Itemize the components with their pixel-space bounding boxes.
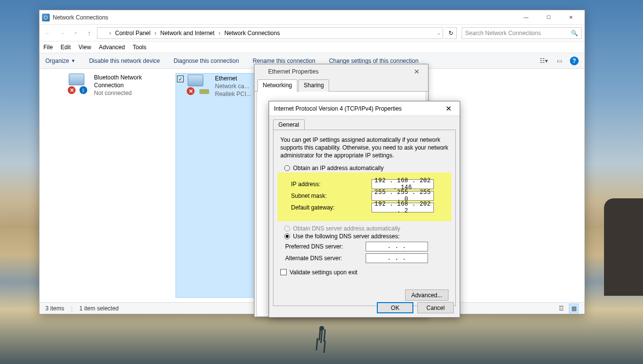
organize-button[interactable]: Organize ▼ xyxy=(45,57,76,64)
alternate-dns-input[interactable]: . . . xyxy=(366,253,428,263)
large-icons-view-icon[interactable]: ▦ xyxy=(569,304,579,313)
ok-button[interactable]: OK xyxy=(377,302,413,313)
menu-view[interactable]: View xyxy=(78,44,91,51)
radio-label: Obtain an IP address automatically xyxy=(293,165,384,172)
chevron-right-icon: › xyxy=(108,30,112,37)
advanced-button[interactable]: Advanced... xyxy=(405,289,448,301)
address-bar[interactable]: › Control Panel › Network and Internet ›… xyxy=(97,27,443,39)
adapter-icon: ✕ xyxy=(188,75,211,94)
dialog-title: Internet Protocol Version 4 (TCP/IPv4) P… xyxy=(274,105,402,112)
help-icon[interactable]: ? xyxy=(570,57,579,65)
menu-bar: File Edit View Advanced Tools xyxy=(39,41,585,53)
default-gateway-input[interactable]: 192 . 168 . 202 . 2 xyxy=(371,203,434,212)
tab-bar: Networking Sharing xyxy=(254,79,428,92)
default-gateway-label: Default gateway: xyxy=(291,204,371,211)
menu-edit[interactable]: Edit xyxy=(60,44,71,51)
adapter-sub1: Network ca... xyxy=(215,82,251,90)
close-button[interactable]: ✕ xyxy=(409,68,424,76)
radio-label: Use the following DNS server addresses: xyxy=(293,233,400,240)
alternate-dns-label: Alternate DNS server: xyxy=(285,255,366,262)
adapter-ethernet[interactable]: ✓ ✕ Ethernet Network ca... Realtek PCI..… xyxy=(176,74,259,297)
adapter-bluetooth[interactable]: ✕ᛒ Bluetooth Network Connection Not conn… xyxy=(69,74,166,297)
adapter-icon: ✕ᛒ xyxy=(69,74,90,93)
ip-address-label: IP address: xyxy=(291,181,371,188)
change-settings-button[interactable]: Change settings of this connection xyxy=(329,57,418,64)
validate-label: Validate settings upon exit xyxy=(290,269,357,276)
refresh-button[interactable]: ↻ xyxy=(445,27,457,39)
forward-button[interactable]: → xyxy=(56,27,68,39)
selection-count: 1 item selected xyxy=(79,305,119,312)
adapter-sub2: Realtek PCI... xyxy=(215,90,251,98)
rename-button[interactable]: Rename this connection xyxy=(253,57,315,64)
info-text: You can get IP settings assigned automat… xyxy=(280,136,448,160)
chevron-right-icon: › xyxy=(217,30,221,37)
close-button[interactable]: ✕ xyxy=(560,10,582,25)
chevron-down-icon: ▼ xyxy=(71,58,76,63)
cancel-button[interactable]: Cancel xyxy=(417,302,454,313)
radio-use-dns[interactable] xyxy=(284,233,290,239)
details-view-icon[interactable]: ☲ xyxy=(556,304,566,313)
ip-address-input[interactable]: 192 . 168 . 202 . 146 xyxy=(371,179,434,189)
breadcrumb-item[interactable]: Network and Internet xyxy=(158,29,216,38)
network-icon xyxy=(42,14,50,21)
tab-bar: General xyxy=(269,116,460,130)
breadcrumb-item[interactable]: Control Panel xyxy=(113,29,153,38)
radio-obtain-ip[interactable] xyxy=(284,165,290,171)
dialog-title: Ethernet Properties xyxy=(268,68,318,75)
close-button[interactable]: ✕ xyxy=(443,104,455,113)
tab-networking[interactable]: Networking xyxy=(257,79,297,92)
search-placeholder: Search Network Connections xyxy=(465,30,541,37)
radio-obtain-dns[interactable] xyxy=(284,226,290,231)
preferred-dns-label: Preferred DNS server: xyxy=(285,243,366,250)
search-box[interactable]: Search Network Connections 🔍 xyxy=(462,27,582,39)
diagnose-button[interactable]: Diagnose this connection xyxy=(174,57,239,64)
item-count: 3 items xyxy=(45,305,64,312)
view-options-icon[interactable]: ☷▾ xyxy=(539,56,548,66)
maximize-button[interactable]: ☐ xyxy=(537,10,560,25)
window-title: Network Connections xyxy=(53,14,108,21)
breadcrumb-item[interactable]: Network Connections xyxy=(222,29,282,38)
up-button[interactable]: ↑ xyxy=(83,27,95,39)
tab-general[interactable]: General xyxy=(273,119,305,130)
menu-file[interactable]: File xyxy=(43,44,53,51)
adapter-checkbox[interactable]: ✓ xyxy=(177,76,184,82)
adapter-name: Bluetooth Network Connection xyxy=(94,74,166,89)
disable-device-button[interactable]: Disable this network device xyxy=(89,57,160,64)
ipv4-properties-dialog: Internet Protocol Version 4 (TCP/IPv4) P… xyxy=(269,101,460,318)
titlebar[interactable]: Network Connections — ☐ ✕ xyxy=(39,10,585,25)
network-icon xyxy=(258,68,265,75)
validate-checkbox[interactable] xyxy=(280,269,287,275)
back-button[interactable]: ← xyxy=(42,27,54,39)
minimize-button[interactable]: — xyxy=(515,10,537,25)
adapter-name: Ethernet xyxy=(215,75,251,82)
preferred-dns-input[interactable]: . . . xyxy=(366,242,428,251)
recent-dropdown[interactable]: ▾ xyxy=(70,27,81,39)
search-icon: 🔍 xyxy=(571,30,578,37)
dialog-titlebar[interactable]: Ethernet Properties ✕ xyxy=(254,64,428,79)
adapter-status: Not connected xyxy=(94,89,166,97)
chevron-right-icon: › xyxy=(154,30,157,37)
menu-advanced[interactable]: Advanced xyxy=(99,44,125,51)
preview-pane-icon[interactable]: ▭ xyxy=(554,56,564,66)
subnet-mask-input[interactable]: 255 . 255 . 255 . 0 xyxy=(371,191,434,201)
general-panel: You can get IP settings assigned automat… xyxy=(273,130,456,306)
subnet-mask-label: Subnet mask: xyxy=(291,192,371,199)
address-dropdown[interactable]: ⌄ xyxy=(437,30,441,36)
tab-sharing[interactable]: Sharing xyxy=(298,79,329,92)
dialog-titlebar[interactable]: Internet Protocol Version 4 (TCP/IPv4) P… xyxy=(269,101,460,116)
menu-tools[interactable]: Tools xyxy=(133,44,146,51)
radio-label: Obtain DNS server address automatically xyxy=(293,225,400,232)
highlighted-ip-section: IP address: 192 . 168 . 202 . 146 Subnet… xyxy=(277,172,451,221)
navigation-bar: ← → ▾ ↑ › Control Panel › Network and In… xyxy=(39,25,585,41)
